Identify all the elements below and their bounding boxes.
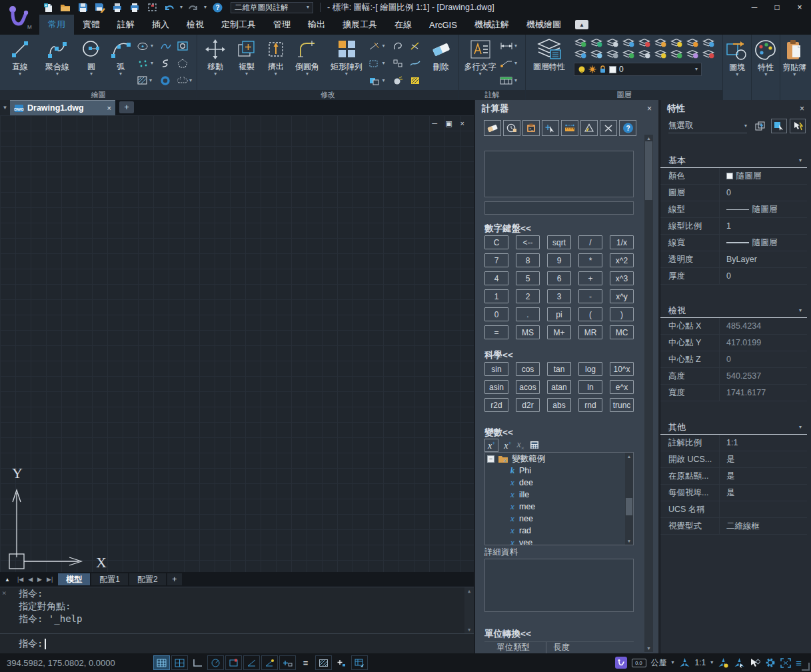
calc-input-box[interactable] xyxy=(484,201,634,215)
donut-button[interactable] xyxy=(159,76,176,85)
ribbon-tab-arcgis[interactable]: ArcGIS xyxy=(420,15,466,35)
polyline-button[interactable]: 聚合線 ▾ xyxy=(37,36,77,77)
annotation-refresh-icon[interactable] xyxy=(734,657,745,668)
fillet-button[interactable]: 倒圓角 ▾ xyxy=(289,36,325,77)
variables-section-label[interactable]: 變數<< xyxy=(484,427,513,439)
property-row[interactable]: 厚度0 xyxy=(660,268,807,285)
calc-button[interactable]: MS xyxy=(516,325,540,339)
calc-paste-icon[interactable]: >_ xyxy=(522,120,540,136)
variable-row[interactable]: kPhi xyxy=(485,465,633,477)
workspace-switch-icon[interactable] xyxy=(750,658,760,668)
snap-toggle[interactable] xyxy=(171,655,188,670)
point-button[interactable]: ▾ xyxy=(136,59,159,68)
calc-button[interactable]: cos xyxy=(516,362,540,376)
variable-row[interactable]: xvee xyxy=(485,537,633,545)
calc-button[interactable]: <-- xyxy=(516,235,540,249)
annotation-visibility-icon[interactable] xyxy=(679,657,690,668)
property-row[interactable]: 顏色隨圖層 xyxy=(660,168,807,185)
quick-properties-toggle[interactable] xyxy=(351,655,368,670)
layer-dropdown-caret-icon[interactable]: ▾ xyxy=(695,67,698,72)
edit-variable-icon[interactable]: x+ xyxy=(504,439,511,451)
calculator-close-icon[interactable]: × xyxy=(647,104,652,113)
calc-button[interactable]: sin xyxy=(484,362,508,376)
drawing-canvas[interactable]: ─ ▣ × Y X xyxy=(0,115,474,572)
cloud-caret-icon[interactable]: ▾ xyxy=(189,78,192,83)
osnap-toggle[interactable] xyxy=(225,655,242,670)
array-caret-icon[interactable]: ▾ xyxy=(345,71,348,77)
align-button[interactable] xyxy=(391,59,408,68)
undo-icon[interactable] xyxy=(163,1,176,13)
offset-button[interactable] xyxy=(391,41,408,51)
select-objects-button[interactable] xyxy=(771,119,787,133)
command-expand-icon[interactable]: ▲ xyxy=(3,577,12,583)
calc-button[interactable]: 6 xyxy=(547,271,571,285)
ribbon-tab-annotate[interactable]: 註解 xyxy=(109,15,143,35)
mtext-caret-icon[interactable]: ▾ xyxy=(479,71,482,77)
calc-get-coords-icon[interactable] xyxy=(542,120,559,136)
unit-type-column[interactable]: 單位類型 xyxy=(484,642,546,653)
layer-bulb-icon[interactable] xyxy=(670,38,683,47)
hatch-caret-icon[interactable]: ▾ xyxy=(149,78,152,83)
stretch-button[interactable]: 擠出 ▾ xyxy=(262,36,289,77)
ellipse-caret-icon[interactable]: ▾ xyxy=(151,43,153,49)
document-tab-menu-button[interactable]: ▼ xyxy=(0,100,10,115)
tab-layout1[interactable]: 配置1 xyxy=(91,573,128,585)
calc-history-box[interactable] xyxy=(484,151,634,197)
scale-caret-icon[interactable]: ▾ xyxy=(382,61,385,66)
save-icon[interactable] xyxy=(76,1,89,13)
line-caret-icon[interactable]: ▾ xyxy=(19,71,21,77)
new-document-tab-button[interactable]: + xyxy=(119,101,134,113)
application-menu-button[interactable]: M xyxy=(0,0,37,35)
variables-folder-row[interactable]: − x 變數範例 xyxy=(485,453,633,465)
calc-button[interactable]: log xyxy=(578,362,602,376)
resize-grip[interactable] xyxy=(802,663,810,671)
ribbon-tab-online[interactable]: 在線 xyxy=(386,15,420,35)
polygon-button[interactable] xyxy=(176,59,193,68)
units-caret-icon[interactable]: ▾ xyxy=(672,660,674,665)
ribbon-tab-solid[interactable]: 實體 xyxy=(74,15,109,35)
move-button[interactable]: 移動 ▾ xyxy=(200,36,231,77)
layer-dropdown[interactable]: 0 ▾ xyxy=(574,63,702,76)
calc-button[interactable]: asin xyxy=(484,380,508,394)
status-menu-icon[interactable]: ≡ xyxy=(796,657,802,669)
calc-button[interactable]: 1 xyxy=(484,289,508,303)
redo-icon[interactable] xyxy=(187,1,200,13)
calc-button[interactable]: 3 xyxy=(547,289,571,303)
calc-button[interactable]: 9 xyxy=(547,253,571,267)
panel-label-annotate[interactable]: 註解 xyxy=(459,90,525,100)
ribbon-tab-custom-tools[interactable]: 定制工具 xyxy=(213,15,265,35)
minimize-button[interactable]: ─ xyxy=(743,0,766,15)
copy-button[interactable]: 複製 ▾ xyxy=(231,36,263,77)
workspace-dropdown[interactable]: 二維草圖與註解 ▾ xyxy=(231,2,313,13)
transparency-toggle[interactable] xyxy=(315,655,332,670)
calc-button[interactable]: + xyxy=(578,271,602,285)
scroll-up-icon[interactable]: ▲ xyxy=(627,454,631,459)
calc-clear-icon[interactable] xyxy=(484,120,501,136)
grid-toggle[interactable] xyxy=(153,655,170,670)
property-row[interactable]: 透明度ByLayer xyxy=(660,251,807,268)
layer-vp-freeze-icon[interactable] xyxy=(654,49,667,59)
property-row[interactable]: 寬度1741.6177 xyxy=(660,385,807,401)
circle-caret-icon[interactable]: ▾ xyxy=(90,71,93,77)
calc-button[interactable]: 0 xyxy=(484,307,508,321)
move-caret-icon[interactable]: ▾ xyxy=(214,71,217,77)
clean-screen-icon[interactable] xyxy=(780,658,791,668)
table-button[interactable]: ▾ xyxy=(498,77,522,85)
layer-copy-icon[interactable] xyxy=(670,49,683,59)
calc-button[interactable]: d2r xyxy=(516,398,540,412)
property-row[interactable]: 線型比例1 xyxy=(660,218,807,235)
edit-polyline-button[interactable] xyxy=(408,41,426,51)
scale-button[interactable]: ▾ xyxy=(367,59,391,68)
calc-button[interactable]: pi xyxy=(547,307,571,321)
rect-array-button[interactable]: 矩形陣列 ▾ xyxy=(325,36,367,77)
units-section-label[interactable]: 單位轉換<< xyxy=(484,628,531,640)
variable-row[interactable]: xille xyxy=(485,489,633,501)
erase-button[interactable]: 刪除 xyxy=(426,36,456,71)
quick-select-button[interactable] xyxy=(752,119,768,133)
calc-button[interactable]: trunc xyxy=(610,398,634,412)
lineweight-toggle[interactable]: ≡ xyxy=(297,655,314,670)
section-collapse-icon[interactable]: ▾ xyxy=(799,308,802,313)
calc-button[interactable]: acos xyxy=(516,380,540,394)
revision-cloud-button[interactable]: ▾ xyxy=(176,77,193,85)
tree-collapse-icon[interactable]: − xyxy=(487,455,494,463)
